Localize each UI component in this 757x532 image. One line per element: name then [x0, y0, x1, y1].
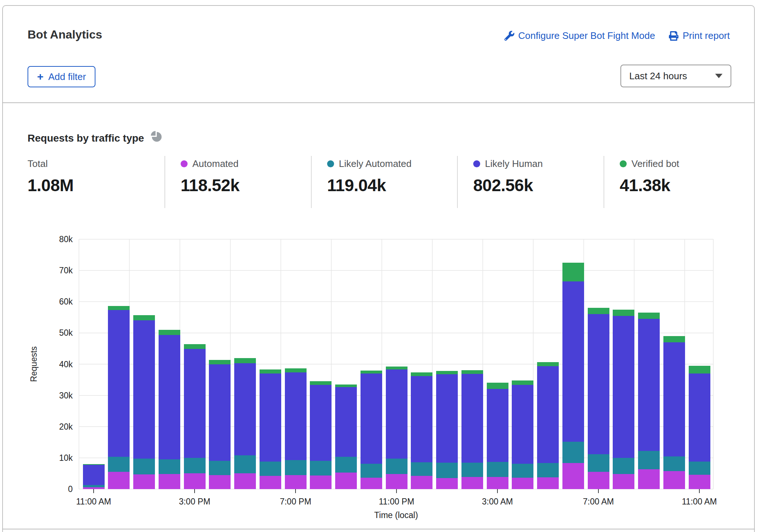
bar-segment-verified-bot[interactable]: [285, 368, 307, 372]
configure-super-bot-fight-mode-link[interactable]: Configure Super Bot Fight Mode: [504, 30, 655, 41]
bar-segment-automated[interactable]: [663, 471, 685, 489]
bar-segment-likely-automated[interactable]: [209, 461, 231, 475]
bar-segment-verified-bot[interactable]: [260, 369, 281, 374]
bar-segment-likely-human[interactable]: [588, 314, 609, 454]
bar-segment-likely-automated[interactable]: [638, 451, 660, 469]
bar-segment-likely-automated[interactable]: [285, 460, 307, 475]
bar-segment-likely-human[interactable]: [234, 363, 256, 455]
bar-segment-likely-automated[interactable]: [310, 461, 332, 475]
bar-segment-verified-bot[interactable]: [487, 383, 508, 389]
bar-segment-verified-bot[interactable]: [209, 360, 231, 364]
bar-segment-likely-human[interactable]: [386, 369, 408, 459]
bar-segment-verified-bot[interactable]: [613, 310, 634, 316]
bar-segment-automated[interactable]: [386, 474, 408, 489]
bar-segment-automated[interactable]: [588, 472, 609, 489]
bar-segment-likely-automated[interactable]: [83, 485, 105, 487]
bar-segment-verified-bot[interactable]: [184, 344, 206, 349]
bar-segment-verified-bot[interactable]: [361, 371, 382, 374]
bar-segment-likely-human[interactable]: [310, 385, 332, 461]
bar-segment-likely-automated[interactable]: [234, 455, 256, 473]
bar-segment-verified-bot[interactable]: [638, 313, 660, 319]
bar-segment-automated[interactable]: [487, 477, 508, 489]
bar-segment-likely-human[interactable]: [562, 281, 584, 442]
bar-segment-likely-automated[interactable]: [260, 462, 281, 476]
bar-segment-verified-bot[interactable]: [512, 380, 533, 385]
bar-segment-likely-human[interactable]: [689, 374, 710, 462]
bar-segment-likely-human[interactable]: [411, 376, 432, 462]
bar-segment-likely-automated[interactable]: [133, 459, 155, 474]
bar-segment-verified-bot[interactable]: [461, 370, 483, 374]
bar-segment-likely-human[interactable]: [184, 349, 206, 458]
bar-segment-likely-automated[interactable]: [411, 462, 432, 476]
bar-segment-automated[interactable]: [562, 463, 584, 489]
bar-segment-likely-human[interactable]: [436, 374, 458, 463]
bar-segment-automated[interactable]: [260, 476, 281, 489]
bar-segment-automated[interactable]: [411, 476, 432, 489]
bar-segment-likely-human[interactable]: [159, 335, 180, 459]
bar-segment-verified-bot[interactable]: [537, 362, 559, 366]
bar-segment-verified-bot[interactable]: [562, 263, 584, 281]
bar-segment-automated[interactable]: [335, 473, 357, 489]
bar-segment-verified-bot[interactable]: [108, 306, 130, 310]
bar-segment-verified-bot[interactable]: [159, 330, 180, 335]
bar-segment-likely-automated[interactable]: [461, 463, 483, 477]
bar-segment-likely-human[interactable]: [108, 310, 130, 457]
bar-segment-likely-human[interactable]: [461, 374, 483, 463]
bar-segment-likely-human[interactable]: [613, 316, 634, 458]
bar-segment-likely-human[interactable]: [512, 385, 533, 464]
bar-segment-likely-human[interactable]: [361, 374, 382, 464]
bar-segment-verified-bot[interactable]: [663, 336, 685, 342]
bar-segment-verified-bot[interactable]: [411, 372, 432, 376]
bar-segment-likely-human[interactable]: [260, 374, 281, 462]
bar-segment-automated[interactable]: [133, 474, 155, 489]
bar-segment-verified-bot[interactable]: [436, 371, 458, 374]
bar-segment-likely-automated[interactable]: [537, 463, 559, 477]
bar-segment-verified-bot[interactable]: [83, 464, 105, 465]
bar-segment-likely-automated[interactable]: [663, 456, 685, 471]
bar-segment-likely-human[interactable]: [209, 364, 231, 461]
bar-segment-likely-automated[interactable]: [184, 458, 206, 474]
bar-segment-likely-human[interactable]: [285, 372, 307, 460]
bar-segment-verified-bot[interactable]: [133, 315, 155, 320]
bar-segment-likely-human[interactable]: [537, 366, 559, 463]
bar-segment-likely-human[interactable]: [487, 389, 508, 462]
bar-segment-verified-bot[interactable]: [310, 381, 332, 385]
bar-segment-likely-automated[interactable]: [335, 457, 357, 473]
bar-segment-likely-automated[interactable]: [588, 454, 609, 472]
bar-segment-automated[interactable]: [234, 473, 256, 489]
bar-segment-automated[interactable]: [285, 475, 307, 489]
bar-segment-automated[interactable]: [537, 477, 559, 489]
bar-segment-verified-bot[interactable]: [386, 367, 408, 369]
bar-segment-automated[interactable]: [310, 475, 332, 489]
time-range-select[interactable]: Last 24 hours: [620, 65, 731, 87]
bar-segment-likely-automated[interactable]: [436, 463, 458, 478]
bar-segment-likely-automated[interactable]: [613, 458, 634, 474]
bar-segment-likely-human[interactable]: [83, 465, 105, 485]
bar-segment-verified-bot[interactable]: [335, 385, 357, 387]
bar-segment-likely-automated[interactable]: [361, 464, 382, 477]
bar-segment-automated[interactable]: [436, 478, 458, 489]
bar-segment-automated[interactable]: [638, 469, 660, 489]
bar-segment-likely-human[interactable]: [638, 319, 660, 451]
bar-segment-automated[interactable]: [689, 475, 710, 489]
print-report-link[interactable]: Print report: [669, 30, 730, 41]
bar-segment-likely-automated[interactable]: [386, 459, 408, 474]
bar-segment-automated[interactable]: [108, 472, 130, 489]
bar-segment-verified-bot[interactable]: [588, 308, 609, 314]
bar-segment-likely-automated[interactable]: [159, 459, 180, 474]
bar-segment-automated[interactable]: [209, 475, 231, 489]
bar-segment-automated[interactable]: [159, 474, 180, 489]
bar-segment-automated[interactable]: [613, 474, 634, 489]
bar-segment-automated[interactable]: [461, 477, 483, 489]
bar-segment-likely-automated[interactable]: [689, 462, 710, 475]
bar-segment-likely-automated[interactable]: [487, 462, 508, 477]
bar-segment-likely-human[interactable]: [663, 342, 685, 456]
bar-segment-automated[interactable]: [184, 473, 206, 489]
bar-segment-automated[interactable]: [361, 478, 382, 489]
bar-segment-verified-bot[interactable]: [234, 358, 256, 363]
bar-segment-automated[interactable]: [83, 487, 105, 489]
bar-segment-likely-automated[interactable]: [108, 457, 130, 472]
bar-segment-verified-bot[interactable]: [689, 366, 710, 374]
bar-segment-likely-human[interactable]: [133, 320, 155, 459]
bar-segment-automated[interactable]: [512, 478, 533, 489]
